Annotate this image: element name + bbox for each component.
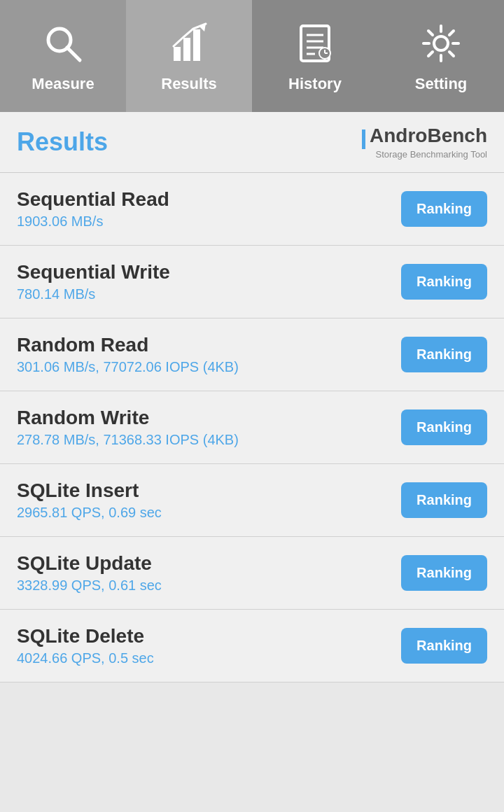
benchmark-name-random-read: Random Read	[17, 334, 401, 356]
brand-name: AndroBench	[362, 125, 487, 149]
benchmark-row-sqlite-update: SQLite Update 3328.99 QPS, 0.61 sec Rank…	[0, 537, 504, 610]
ranking-button-sqlite-insert[interactable]: Ranking	[401, 482, 487, 518]
benchmark-row-random-write: Random Write 278.78 MB/s, 71368.33 IOPS …	[0, 391, 504, 464]
benchmark-list: Sequential Read 1903.06 MB/s Ranking Seq…	[0, 173, 504, 682]
ranking-button-sequential-read[interactable]: Ranking	[401, 191, 487, 227]
setting-icon	[416, 19, 465, 68]
benchmark-name-random-write: Random Write	[17, 407, 401, 429]
nav-item-setting[interactable]: Setting	[378, 0, 504, 112]
ranking-button-random-write[interactable]: Ranking	[401, 410, 487, 445]
svg-point-14	[434, 36, 448, 50]
ranking-button-random-read[interactable]: Ranking	[401, 337, 487, 372]
nav-item-measure[interactable]: Measure	[0, 0, 126, 112]
svg-line-22	[428, 52, 433, 56]
nav-item-history[interactable]: History	[252, 0, 378, 112]
benchmark-row-sequential-read: Sequential Read 1903.06 MB/s Ranking	[0, 173, 504, 246]
benchmark-row-random-read: Random Read 301.06 MB/s, 77072.06 IOPS (…	[0, 318, 504, 391]
nav-label-results: Results	[161, 75, 216, 93]
benchmark-value-random-read: 301.06 MB/s, 77072.06 IOPS (4KB)	[17, 359, 401, 375]
benchmark-row-sequential-write: Sequential Write 780.14 MB/s Ranking	[0, 246, 504, 318]
benchmark-value-sequential-write: 780.14 MB/s	[17, 286, 401, 302]
measure-icon	[38, 19, 88, 68]
benchmark-name-sqlite-insert: SQLite Insert	[17, 479, 401, 502]
navigation-bar: Measure Results	[0, 0, 504, 112]
nav-label-measure: Measure	[31, 75, 94, 93]
svg-rect-2	[174, 47, 181, 61]
nav-label-history: History	[288, 75, 342, 93]
benchmark-info-sequential-read: Sequential Read 1903.06 MB/s	[17, 188, 401, 230]
brand-logo: AndroBench Storage Benchmarking Tool	[362, 125, 487, 160]
results-header: Results AndroBench Storage Benchmarking …	[0, 112, 504, 173]
benchmark-info-random-read: Random Read 301.06 MB/s, 77072.06 IOPS (…	[17, 334, 401, 375]
benchmark-value-sqlite-insert: 2965.81 QPS, 0.69 sec	[17, 505, 401, 521]
benchmark-info-random-write: Random Write 278.78 MB/s, 71368.33 IOPS …	[17, 407, 401, 448]
results-icon	[164, 19, 214, 68]
ranking-button-sqlite-delete[interactable]: Ranking	[401, 628, 487, 664]
history-icon	[290, 19, 340, 68]
benchmark-value-sqlite-update: 3328.99 QPS, 0.61 sec	[17, 578, 401, 594]
brand-subtitle: Storage Benchmarking Tool	[376, 149, 487, 160]
benchmark-info-sqlite-delete: SQLite Delete 4024.66 QPS, 0.5 sec	[17, 625, 401, 666]
nav-item-results[interactable]: Results	[126, 0, 252, 112]
benchmark-value-sqlite-delete: 4024.66 QPS, 0.5 sec	[17, 650, 401, 666]
benchmark-info-sqlite-insert: SQLite Insert 2965.81 QPS, 0.69 sec	[17, 479, 401, 521]
svg-rect-3	[183, 38, 190, 61]
page-title: Results	[17, 127, 108, 157]
benchmark-name-sqlite-update: SQLite Update	[17, 552, 401, 575]
ranking-button-sqlite-update[interactable]: Ranking	[401, 555, 487, 591]
svg-rect-4	[193, 29, 200, 61]
svg-line-20	[449, 52, 454, 56]
svg-line-21	[449, 31, 454, 35]
nav-label-setting: Setting	[415, 75, 468, 93]
benchmark-info-sequential-write: Sequential Write 780.14 MB/s	[17, 261, 401, 302]
benchmark-name-sequential-write: Sequential Write	[17, 261, 401, 284]
benchmark-row-sqlite-insert: SQLite Insert 2965.81 QPS, 0.69 sec Rank…	[0, 464, 504, 537]
benchmark-info-sqlite-update: SQLite Update 3328.99 QPS, 0.61 sec	[17, 552, 401, 594]
benchmark-row-sqlite-delete: SQLite Delete 4024.66 QPS, 0.5 sec Ranki…	[0, 610, 504, 682]
benchmark-name-sequential-read: Sequential Read	[17, 188, 401, 211]
benchmark-value-random-write: 278.78 MB/s, 71368.33 IOPS (4KB)	[17, 432, 401, 448]
ranking-button-sequential-write[interactable]: Ranking	[401, 264, 487, 300]
benchmark-value-sequential-read: 1903.06 MB/s	[17, 214, 401, 230]
benchmark-name-sqlite-delete: SQLite Delete	[17, 625, 401, 648]
svg-line-1	[67, 48, 80, 60]
svg-line-19	[428, 31, 433, 35]
